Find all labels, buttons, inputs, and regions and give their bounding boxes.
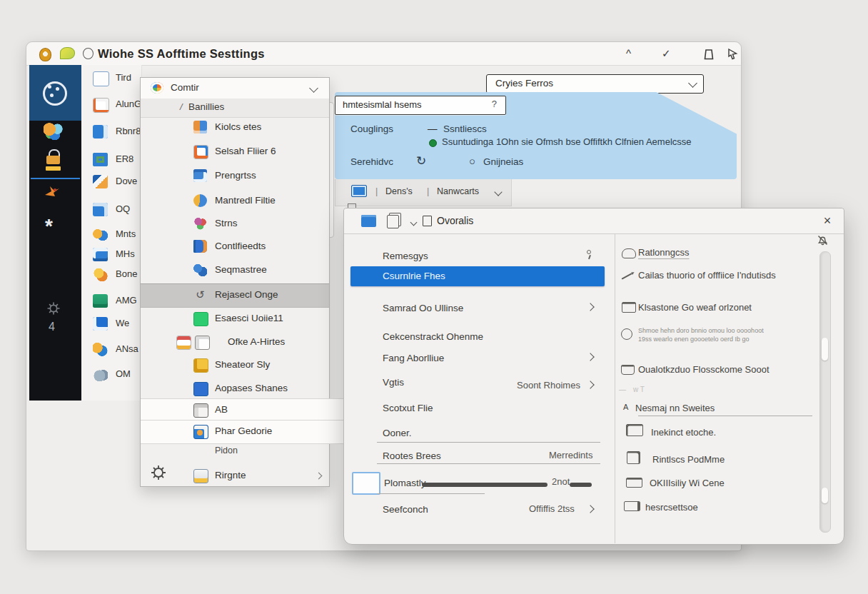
- row-trail-text: Merredints: [549, 450, 592, 460]
- chevron-right-icon: [586, 381, 594, 388]
- nav-item[interactable]: Bone: [81, 266, 141, 287]
- toolbar-item-2[interactable]: Nanwcarts: [437, 186, 479, 196]
- nav-item[interactable]: ER8: [81, 151, 141, 172]
- right-row-label[interactable]: Cailas thuorio of offfiice I'ndutisds: [638, 270, 776, 281]
- weather-app-icon[interactable]: [44, 123, 63, 140]
- download-icon: [93, 175, 108, 188]
- check-icon[interactable]: ✓: [662, 47, 671, 60]
- monitor-icon: [93, 248, 108, 261]
- app-sidebar: * 4: [29, 65, 81, 401]
- dialog-row-scotxut[interactable]: Scotxut Flie: [383, 401, 433, 414]
- checkbox[interactable]: [352, 472, 380, 495]
- menu-item[interactable]: Aopases Shanes: [141, 378, 329, 401]
- menu-item[interactable]: Mantredl Filtie: [141, 190, 329, 213]
- menu-item[interactable]: Kiolcs etes: [141, 116, 329, 139]
- menu-header-label: Comtir: [171, 82, 199, 93]
- chevron-right-icon: [586, 303, 594, 311]
- right-row-label[interactable]: Rintlscs PodMme: [652, 454, 725, 465]
- right-section-label[interactable]: Nesmaj nn Sweites: [635, 403, 715, 413]
- pin-icon[interactable]: [587, 250, 591, 254]
- right-row-label[interactable]: Klsastone Go weaf orlzonet: [638, 302, 752, 313]
- filter-combobox[interactable]: Cryies Ferros: [486, 74, 704, 94]
- radio-icon[interactable]: ○: [469, 155, 475, 167]
- chevron-down-icon: [688, 79, 697, 88]
- nav-item[interactable]: Tird: [81, 69, 141, 91]
- spark-icon[interactable]: *: [45, 219, 53, 233]
- dialog-row-ooner[interactable]: Ooner.: [383, 426, 412, 439]
- close-button[interactable]: ×: [818, 213, 837, 228]
- slider-segment[interactable]: [570, 483, 592, 487]
- menu-item[interactable]: Contlfieedts: [141, 236, 329, 258]
- dialog-row-selected[interactable]: Csurnlrie Fhes: [350, 266, 605, 286]
- menu-item[interactable]: Strns: [141, 213, 329, 236]
- cloud-icon: [622, 248, 636, 258]
- nav-item-label: OQ: [116, 203, 130, 214]
- slider-track[interactable]: [422, 483, 547, 487]
- nav-item-label: AMG: [116, 295, 137, 306]
- dialog-row-remesgys[interactable]: Remesgys: [383, 249, 428, 262]
- gear-icon[interactable]: [149, 463, 168, 485]
- nav-item[interactable]: Dove: [81, 173, 141, 194]
- collapse-icon[interactable]: ^: [626, 47, 631, 59]
- nav-item[interactable]: Mnts: [81, 226, 141, 247]
- account-icon[interactable]: [43, 81, 67, 106]
- menu-item[interactable]: AB: [141, 398, 344, 423]
- nav-item[interactable]: AMG: [81, 292, 141, 313]
- copy-icon[interactable]: [387, 215, 399, 228]
- menu-item[interactable]: Esaesci Uoiie11: [141, 308, 329, 331]
- scrollbar-thumb[interactable]: [822, 488, 828, 503]
- chevron-down-icon[interactable]: [494, 188, 502, 196]
- bell-muted-icon[interactable]: [817, 234, 829, 249]
- document-icon: [423, 216, 432, 226]
- menu-item[interactable]: Seqmastree: [141, 259, 329, 282]
- right-row-label[interactable]: Oualotkzduo Flossckome Sooot: [638, 364, 769, 375]
- menu-item[interactable]: Ofke A-Hirtes: [141, 331, 329, 354]
- bird-icon[interactable]: [44, 184, 61, 201]
- row-label: Fang Aborlliue: [383, 353, 444, 363]
- help-icon[interactable]: ?: [492, 99, 497, 109]
- yellow-sheet-icon: [193, 358, 208, 373]
- menu-item[interactable]: Rirgnte: [141, 465, 329, 488]
- flag-icon[interactable]: [703, 49, 715, 64]
- menu-item[interactable]: Selsah Fliier 6: [141, 141, 329, 163]
- right-row-label[interactable]: hesrcsettsoe: [645, 502, 698, 513]
- dialog-row-vgtis[interactable]: Vgtis: [383, 376, 404, 388]
- dialog-row-rootes[interactable]: Rootes Brees: [383, 449, 441, 462]
- chevron-right-icon: [586, 353, 594, 361]
- row-label: Seefconch: [383, 504, 428, 515]
- notes-icon: [193, 121, 207, 134]
- nav-item[interactable]: We: [81, 315, 141, 336]
- menu-item-selected[interactable]: ↺Rejasecl Onge: [141, 283, 329, 308]
- search-input[interactable]: hmtesismlal hsems ?: [335, 96, 506, 115]
- display-icon[interactable]: [351, 185, 367, 197]
- scrollbar-thumb[interactable]: [822, 338, 828, 361]
- menu-header[interactable]: Comtir: [141, 78, 329, 99]
- dialog-scrollbar[interactable]: [819, 251, 831, 533]
- cursor-icon[interactable]: [727, 48, 738, 63]
- dialog-row-seefconch[interactable]: Seefconch: [383, 503, 428, 515]
- dialog-row-fang[interactable]: Fang Aborlliue: [383, 351, 444, 364]
- right-row-label[interactable]: OKIIIsiliy Wi Cene: [650, 478, 725, 488]
- nav-item[interactable]: OM: [81, 366, 141, 387]
- nav-item[interactable]: AlunG: [81, 96, 141, 117]
- nav-item[interactable]: MHs: [81, 246, 141, 267]
- right-row-label[interactable]: Inekinct etoche.: [651, 427, 716, 438]
- nav-item[interactable]: Rbnr8: [81, 123, 141, 144]
- gear-faint-icon[interactable]: [46, 301, 61, 319]
- refresh-icon[interactable]: ↻: [416, 153, 426, 168]
- numeral-four-icon[interactable]: 4: [49, 321, 55, 333]
- dialog-row-samrad[interactable]: Samrad Oo Ullinse: [383, 301, 463, 314]
- menu-item[interactable]: Sheateor Sly: [141, 354, 329, 377]
- toolbar-item-1[interactable]: Dens's: [385, 186, 413, 196]
- nav-item-label: Dove: [116, 176, 137, 186]
- nav-item[interactable]: OQ: [81, 201, 141, 222]
- row-trail-text: Soont Rhoimes: [517, 380, 580, 391]
- nav-item[interactable]: ANsa: [81, 341, 141, 362]
- right-row-label[interactable]: Ratlonngcss: [638, 247, 690, 258]
- row-label: Csurnlrie Fhes: [383, 271, 445, 281]
- dialog-row-cekcen[interactable]: Cekcenstrackt Ohenme: [383, 330, 483, 343]
- menu-subheader[interactable]: / Banillies: [141, 99, 329, 118]
- menu-item[interactable]: Prengrtss: [141, 165, 329, 188]
- slider-value: 2not: [552, 476, 570, 487]
- menu-item[interactable]: Pidon: [141, 441, 329, 463]
